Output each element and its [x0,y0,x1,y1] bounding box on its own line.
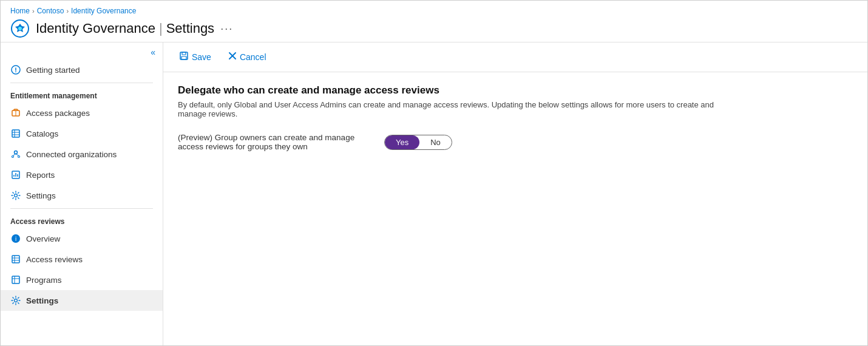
programs-icon [10,274,21,285]
toolbar: Save Cancel [163,42,867,72]
sidebar-item-reports-label: Reports [26,171,55,180]
sidebar-item-settings-entitlement-label: Settings [26,191,56,200]
svg-point-28 [15,299,18,302]
breadcrumb-identity-governance[interactable]: Identity Governance [71,7,136,15]
group-owners-setting-label: (Preview) Group owners can create and ma… [178,133,360,151]
entitlement-divider [10,83,153,83]
sidebar-item-overview[interactable]: i Overview [1,228,163,249]
content-body: Delegate who can create and manage acces… [163,72,867,173]
sidebar-item-connected-organizations[interactable]: Connected organizations [1,144,163,165]
save-icon [179,51,189,63]
sidebar-item-access-reviews-label: Access reviews [26,255,83,264]
breadcrumb-contoso[interactable]: Contoso [37,7,64,15]
sidebar-item-access-packages-label: Access packages [26,109,90,118]
sidebar-item-connected-organizations-label: Connected organizations [26,150,117,159]
group-owners-setting-row: (Preview) Group owners can create and ma… [178,133,853,151]
sidebar-item-catalogs[interactable]: Catalogs [1,123,163,144]
access-reviews-nav-icon [10,254,21,265]
svg-point-9 [15,151,18,154]
header: Home › Contoso › Identity Governance Ide… [1,1,867,42]
save-button[interactable]: Save [175,49,215,66]
sidebar-item-settings-access-reviews-label: Settings [26,296,58,305]
sidebar-item-getting-started[interactable]: Getting started [1,59,163,80]
cancel-button[interactable]: Cancel [225,49,270,65]
sidebar-item-getting-started-label: Getting started [26,66,80,75]
svg-line-13 [16,154,19,156]
getting-started-icon [10,64,21,75]
sidebar: « Getting started Entitlement management… [1,42,163,345]
yes-no-toggle: Yes No [384,135,452,150]
breadcrumb-home[interactable]: Home [10,7,30,15]
sidebar-item-settings-access-reviews[interactable]: Settings [1,290,163,311]
page-title: Identity Governance|Settings [36,21,214,36]
sidebar-item-overview-label: Overview [26,234,60,243]
settings-entitlement-icon [10,190,21,201]
svg-text:i: i [15,236,16,242]
toggle-yes-button[interactable]: Yes [385,135,419,149]
access-reviews-divider [10,208,153,209]
settings-access-reviews-icon [10,295,21,306]
sidebar-item-access-reviews[interactable]: Access reviews [1,249,163,270]
svg-point-1 [18,27,22,30]
connected-organizations-icon [10,149,21,160]
sidebar-item-settings-entitlement[interactable]: Settings [1,185,163,206]
sidebar-item-reports[interactable]: Reports [1,165,163,185]
svg-rect-25 [12,276,19,283]
sidebar-item-programs-label: Programs [26,276,62,285]
svg-rect-30 [182,52,186,55]
toggle-no-button[interactable]: No [419,135,452,149]
svg-rect-5 [12,130,19,137]
sidebar-collapse-button[interactable]: « [1,42,163,59]
reports-icon [10,169,21,180]
access-reviews-section-label: Access reviews [1,211,163,228]
access-packages-icon [10,107,21,118]
section-title: Delegate who can create and manage acces… [178,84,853,97]
svg-point-10 [12,156,14,158]
identity-governance-icon [10,19,30,38]
entitlement-section-label: Entitlement management [1,86,163,103]
svg-point-11 [18,156,20,158]
svg-rect-21 [12,256,19,263]
section-description: By default, only Global and User Access … [178,100,724,118]
breadcrumb: Home › Contoso › Identity Governance [10,7,858,15]
sidebar-item-programs[interactable]: Programs [1,270,163,290]
more-options-icon[interactable]: ··· [220,22,233,35]
sidebar-item-catalogs-label: Catalogs [26,129,58,138]
cancel-icon [228,52,237,63]
svg-line-12 [13,154,16,156]
main-content: Save Cancel Delegate who can create and … [163,42,867,345]
overview-icon: i [10,233,21,244]
svg-point-18 [15,194,18,197]
sidebar-item-access-packages[interactable]: Access packages [1,103,163,123]
catalogs-icon [10,128,21,139]
